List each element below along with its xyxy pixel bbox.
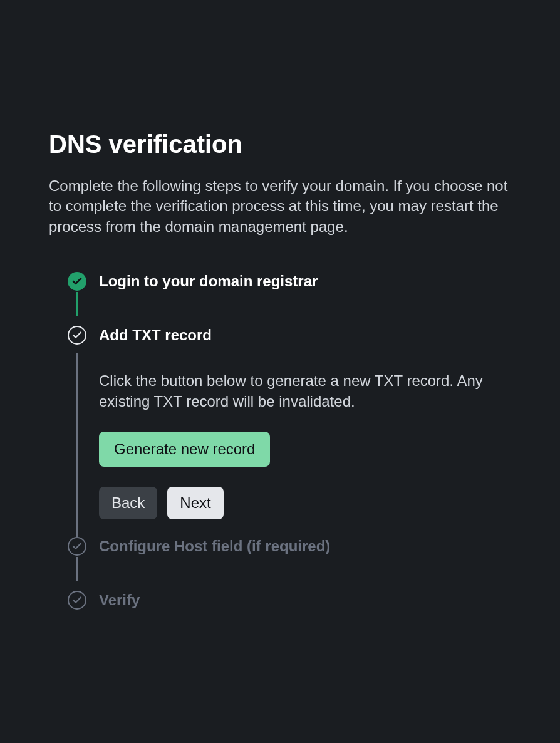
step-verify: Verify bbox=[68, 591, 511, 618]
step-description: Click the button below to generate a new… bbox=[99, 371, 511, 412]
check-icon bbox=[68, 272, 86, 291]
step-configure-host: Configure Host field (if required) bbox=[68, 537, 511, 564]
next-button[interactable]: Next bbox=[167, 487, 223, 519]
check-icon bbox=[68, 591, 86, 610]
main-content: DNS verification Complete the following … bbox=[49, 49, 511, 618]
step-login-registrar: Login to your domain registrar bbox=[68, 272, 511, 299]
step-connector bbox=[76, 353, 78, 537]
step-connector bbox=[76, 557, 78, 581]
page-title: DNS verification bbox=[49, 130, 511, 158]
check-icon bbox=[68, 537, 86, 556]
step-add-txt-record: Add TXT record bbox=[68, 326, 511, 353]
steps-list: Login to your domain registrar Add TXT r… bbox=[49, 272, 511, 618]
step-title: Add TXT record bbox=[99, 326, 511, 345]
check-icon bbox=[68, 326, 86, 345]
nav-buttons: Back Next bbox=[99, 487, 511, 519]
step-title: Login to your domain registrar bbox=[99, 272, 511, 291]
page-description: Complete the following steps to verify y… bbox=[49, 176, 511, 237]
back-button[interactable]: Back bbox=[99, 487, 157, 519]
step-title: Configure Host field (if required) bbox=[99, 537, 511, 556]
step-connector bbox=[76, 292, 78, 316]
generate-record-button[interactable]: Generate new record bbox=[99, 432, 270, 467]
step-body: Click the button below to generate a new… bbox=[68, 353, 511, 537]
step-title: Verify bbox=[99, 591, 511, 610]
